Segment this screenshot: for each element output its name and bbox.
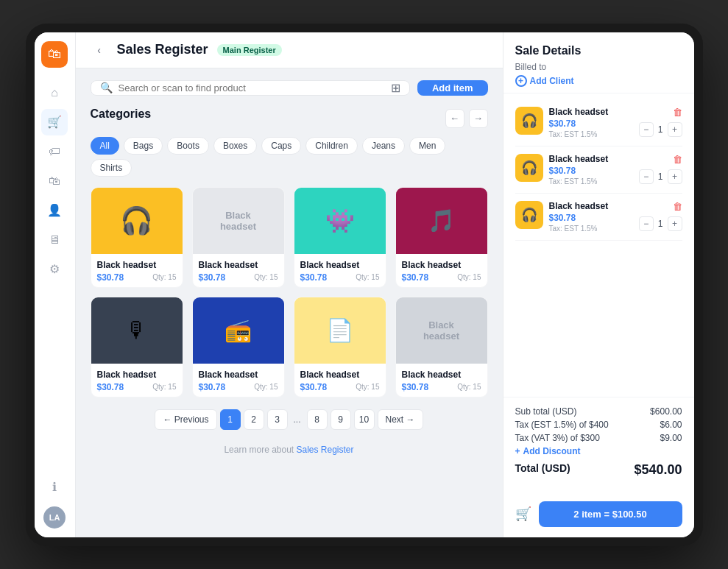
product-qty-7: Qty: 15 — [356, 383, 379, 391]
product-info-1: Black headset $30.78 Qty: 15 — [91, 254, 183, 287]
product-price-row-4: $30.78 Qty: 15 — [402, 272, 481, 283]
product-name-7: Black headset — [300, 370, 380, 380]
cat-prev-button[interactable]: ← — [445, 109, 464, 128]
page-3-button[interactable]: 3 — [267, 409, 288, 430]
sale-item-thumb-1: 🎧 — [515, 107, 543, 135]
product-name-4: Black headset — [402, 260, 481, 270]
sidebar-avatar[interactable]: LA — [43, 506, 66, 529]
increase-qty-1-button[interactable]: + — [668, 122, 682, 137]
product-card-8[interactable]: Blackheadset Black headset $30.78 Qty: 1… — [395, 297, 488, 397]
main-register-badge: Main Register — [217, 44, 282, 56]
sale-item-price-1: $30.78 — [549, 119, 633, 129]
tax2-value: $9.00 — [660, 433, 682, 443]
add-discount-button[interactable]: + Add Discount — [515, 446, 682, 456]
footer-link[interactable]: Sales Register — [297, 445, 354, 455]
product-qty-8: Qty: 15 — [457, 383, 481, 391]
sidebar-item-settings[interactable]: ⚙ — [41, 256, 68, 283]
sale-items-list: 🎧 Black headset $30.78 Tax: EST 1.5% 🗑 − — [503, 93, 694, 397]
product-qty-5: Qty: 15 — [152, 383, 176, 391]
pill-boxes[interactable]: Boxes — [213, 137, 257, 155]
product-price-row-6: $30.78 Qty: 15 — [199, 382, 278, 392]
main-area: ‹ Sales Register Main Register 🔍 ⊞ — [76, 32, 694, 537]
delete-item-1-button[interactable]: 🗑 — [673, 107, 682, 118]
sidebar-bottom: ℹ LA — [41, 474, 68, 529]
search-input-wrap[interactable]: 🔍 ⊞ — [91, 80, 410, 96]
add-discount-icon: + — [515, 446, 520, 456]
pill-shirts[interactable]: Shirts — [91, 159, 132, 177]
pill-caps[interactable]: Caps — [261, 137, 301, 155]
back-button[interactable]: ‹ — [91, 41, 108, 59]
sale-panel-header: Sale Details Billed to + Add Client — [503, 32, 694, 93]
pill-all[interactable]: All — [91, 137, 119, 155]
tax2-row: Tax (VAT 3%) of $300 $9.00 — [515, 433, 682, 443]
pill-boots[interactable]: Boots — [167, 137, 209, 155]
pill-children[interactable]: Children — [305, 137, 358, 155]
delete-item-2-button[interactable]: 🗑 — [673, 154, 682, 165]
search-bar: 🔍 ⊞ Add item — [91, 80, 488, 96]
decrease-qty-2-button[interactable]: − — [639, 169, 654, 184]
sale-item-1: 🎧 Black headset $30.78 Tax: EST 1.5% 🗑 − — [515, 99, 682, 146]
qty-control-1: − 1 + — [639, 122, 682, 137]
add-client-button[interactable]: + Add Client — [515, 75, 682, 87]
sidebar-info-icon[interactable]: ℹ — [41, 474, 68, 501]
product-image-5: 🎙 — [91, 297, 183, 364]
content-scroll: 🔍 ⊞ Add item Categories ← → — [76, 68, 503, 537]
increase-qty-3-button[interactable]: + — [668, 216, 682, 231]
page-10-button[interactable]: 10 — [354, 409, 375, 430]
product-card-1[interactable]: 🎧 Black headset $30.78 Qty: 15 — [91, 187, 183, 288]
qr-icon[interactable]: ⊞ — [391, 81, 400, 95]
sidebar-item-user[interactable]: 👤 — [41, 197, 68, 224]
product-card-4[interactable]: 🎵 Black headset $30.78 Qty: 15 — [395, 187, 488, 288]
page-2-button[interactable]: 2 — [244, 409, 264, 430]
page-1-button[interactable]: 1 — [220, 409, 241, 430]
product-card-6[interactable]: 📻 Black headset $30.78 Qty: 15 — [192, 297, 285, 397]
cat-next-button[interactable]: → — [469, 109, 488, 128]
sale-item-actions-1: 🗑 − 1 + — [639, 107, 682, 137]
checkout-button[interactable]: 2 item = $100.50 — [539, 501, 682, 527]
product-image-1: 🎧 — [91, 188, 183, 254]
decrease-qty-1-button[interactable]: − — [639, 122, 654, 137]
sidebar-item-monitor[interactable]: 🖥 — [41, 227, 68, 253]
page-9-button[interactable]: 9 — [331, 409, 351, 430]
product-image-7: 📄 — [294, 297, 386, 364]
product-name-6: Black headset — [199, 370, 278, 380]
sale-item-thumb-3: 🎧 — [515, 201, 543, 229]
pill-jeans[interactable]: Jeans — [362, 137, 405, 155]
product-name-1: Black headset — [97, 260, 177, 270]
product-price-1: $30.78 — [97, 272, 124, 283]
sidebar-item-pos[interactable]: 🛒 — [41, 109, 68, 135]
sidebar-logo[interactable]: 🛍 — [41, 41, 68, 68]
product-price-row-3: $30.78 Qty: 15 — [300, 272, 380, 283]
sale-item-2: 🎧 Black headset $30.78 Tax: EST 1.5% 🗑 − — [515, 146, 682, 194]
product-card-3[interactable]: 👾 Black headset $30.78 Qty: 15 — [294, 187, 386, 288]
qty-value-3: 1 — [658, 219, 663, 229]
next-page-button[interactable]: Next → — [378, 409, 423, 430]
product-price-4: $30.78 — [402, 272, 429, 283]
page-8-button[interactable]: 8 — [307, 409, 328, 430]
sidebar-item-tag[interactable]: 🏷 — [41, 138, 68, 165]
delete-item-3-button[interactable]: 🗑 — [673, 201, 682, 212]
pill-bags[interactable]: Bags — [124, 137, 163, 155]
decrease-qty-3-button[interactable]: − — [639, 216, 654, 231]
sidebar-item-cart[interactable]: 🛍 — [41, 168, 68, 194]
product-card-7[interactable]: 📄 Black headset $30.78 Qty: 15 — [294, 297, 386, 397]
device-frame: 🛍 ⌂ 🛒 🏷 🛍 👤 🖥 ⚙ ℹ LA ‹ — [26, 24, 703, 546]
sale-item-tax-3: Tax: EST 1.5% — [549, 225, 633, 233]
prev-page-button[interactable]: ← Previous — [155, 409, 216, 430]
product-name-3: Black headset — [300, 260, 380, 270]
add-item-button[interactable]: Add item — [417, 80, 488, 96]
sidebar-item-home[interactable]: ⌂ — [41, 79, 68, 106]
product-card-5[interactable]: 🎙 Black headset $30.78 Qty: 15 — [91, 297, 183, 397]
sale-item-name-3: Black headset — [549, 201, 633, 211]
product-image-6: 📻 — [193, 297, 284, 364]
screen: 🛍 ⌂ 🛒 🏷 🛍 👤 🖥 ⚙ ℹ LA ‹ — [35, 32, 694, 537]
product-price-row-8: $30.78 Qty: 15 — [402, 382, 481, 392]
sale-item-name-2: Black headset — [549, 154, 633, 164]
pill-men[interactable]: Men — [409, 137, 445, 155]
increase-qty-2-button[interactable]: + — [668, 169, 682, 184]
products-grid: 🎧 Black headset $30.78 Qty: 15 — [91, 187, 488, 397]
qty-control-3: − 1 + — [639, 216, 682, 231]
sale-item-tax-1: Tax: EST 1.5% — [549, 130, 633, 138]
product-card-2[interactable]: Blackheadset Black headset $30.78 Qty: 1… — [192, 187, 285, 288]
search-input[interactable] — [119, 82, 385, 93]
